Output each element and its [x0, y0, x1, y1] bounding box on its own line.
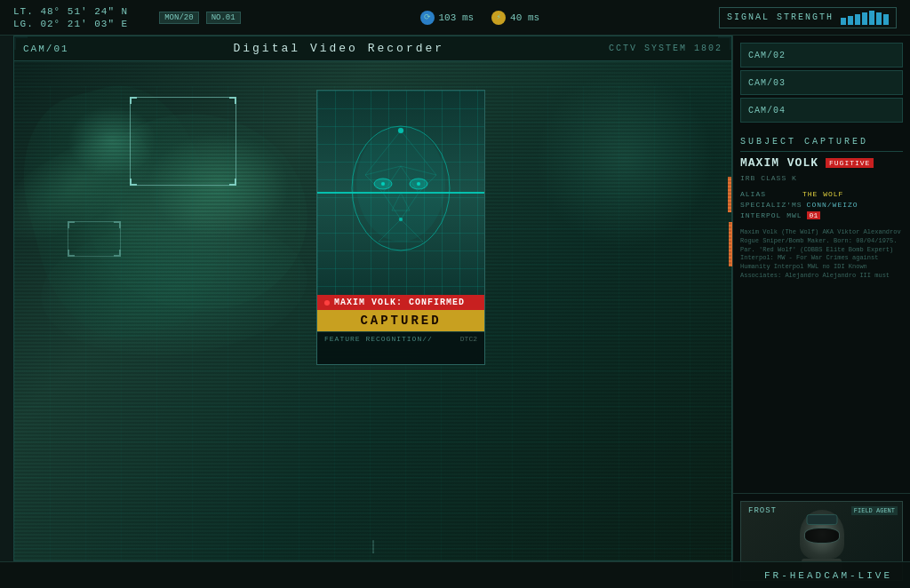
badge-mon: MON/20 — [159, 12, 198, 24]
reticle-1 — [130, 97, 236, 186]
latitude: LT. 48° 51' 24" N — [13, 6, 128, 17]
video-header: CAM/01 Digital Video Recorder CCTV SYSTE… — [14, 36, 731, 61]
reticle-corner-tr — [229, 97, 236, 104]
specialisms-row: SPECIALIZ'MS CONN/WEIZO — [740, 201, 903, 209]
subject-header: SUBJECT CAPTURED — [740, 137, 903, 152]
alias-key: ALIAS — [740, 190, 798, 198]
face-svg — [339, 104, 463, 282]
ping-1: ⟳ 103 ms — [420, 11, 475, 25]
bar-3 — [855, 14, 860, 25]
face-panel-ref: DTC2 — [460, 335, 477, 343]
face-recognition-panel: MAXIM VOLK: CONFIRMED CAPTURED FEATURE R… — [316, 90, 485, 365]
longitude: LG. 02° 21' 03" E — [13, 19, 128, 29]
bar-2 — [848, 16, 853, 25]
nv-detail-3 — [536, 70, 714, 248]
subject-name-row: MAXIM VOLK FUGITIVE — [740, 156, 903, 170]
ping-yellow-icon: ⚡ — [491, 11, 506, 25]
subject-panel: SUBJECT CAPTURED MAXIM VOLK FUGITIVE IRB… — [733, 130, 910, 493]
nvg-goggles — [806, 514, 837, 525]
top-right: SIGNAL STRENGTH — [719, 7, 897, 28]
operator-role-badge: FIELD AGENT — [851, 506, 898, 515]
subject-subtitle: IRB CLASS K — [740, 174, 903, 182]
interpol-row: INTERPOL MWL 01 — [740, 211, 903, 219]
specialisms-val: CONN/WEIZO — [807, 201, 903, 209]
face-panel-footer: FEATURE RECOGNITION// DTC2 — [317, 331, 484, 346]
bar-7 — [883, 14, 889, 25]
cam-thumb-04[interactable]: CAM/04 — [740, 98, 903, 123]
bar-6 — [876, 12, 882, 25]
specialisms-key: SPECIALIZ'MS — [740, 201, 802, 209]
interpol-key: INTERPOL MWL — [740, 211, 802, 219]
reticle-corner-tl — [130, 97, 137, 104]
cam-thumb-02[interactable]: CAM/02 — [740, 43, 903, 68]
interpol-val: 01 — [807, 211, 821, 219]
confirmed-text: MAXIM VOLK: CONFIRMED — [334, 298, 465, 307]
ping-2: ⚡ 40 ms — [491, 11, 539, 25]
reticle-2-corner-tl — [68, 221, 75, 228]
bio-text: Maxim Volk (The Wolf) AKA Viktor Alexand… — [740, 228, 903, 281]
ping-2-value: 40 ms — [510, 12, 539, 23]
alias-row: ALIAS THE WOLF — [740, 190, 903, 198]
feature-label: FEATURE RECOGNITION// — [324, 335, 433, 343]
reticle-2-corner-br — [114, 250, 121, 257]
reticle-2 — [68, 221, 121, 257]
dvr-title: Digital Video Recorder — [233, 42, 444, 55]
bottom-label: FR-HEADCAM-LIVE — [764, 570, 892, 581]
reticle-corner-br — [229, 179, 236, 186]
confirmed-dot — [324, 300, 330, 306]
cam-label: CAM/01 — [23, 44, 69, 54]
bar-5 — [869, 11, 874, 25]
cam-thumbnails: CAM/02 CAM/03 CAM/04 — [733, 36, 910, 130]
signal-bars — [841, 11, 889, 25]
signal-label: SIGNAL STRENGTH — [727, 12, 834, 22]
bottom-bar: FR-HEADCAM-LIVE — [0, 561, 910, 588]
face-scan-area — [317, 91, 484, 295]
video-area: CAM/01 Digital Video Recorder CCTV SYSTE… — [13, 36, 732, 561]
cctv-label: CCTV SYSTEM 1802 — [609, 44, 722, 53]
cam-02-label: CAM/02 — [748, 51, 786, 60]
reticle-2-corner-tr — [114, 221, 121, 228]
bar-1 — [841, 18, 846, 25]
captured-text: CAPTURED — [360, 314, 441, 328]
cam-04-label: CAM/04 — [748, 106, 786, 115]
ping-1-value: 103 ms — [439, 12, 475, 23]
main-container: LT. 48° 51' 24" N LG. 02° 21' 03" E MON/… — [0, 0, 910, 588]
coordinates-block: LT. 48° 51' 24" N LG. 02° 21' 03" E — [13, 6, 128, 29]
captured-bar: CAPTURED — [317, 310, 484, 331]
cam-thumb-03[interactable]: CAM/03 — [740, 70, 903, 95]
subject-name: MAXIM VOLK — [740, 156, 818, 170]
right-sidebar: CAM/02 CAM/03 CAM/04 SUBJECT CAPTURED MA… — [732, 36, 910, 588]
subject-status-badge: FUGITIVE — [826, 158, 874, 168]
reticle-2-corner-bl — [68, 250, 75, 257]
top-center: ⟳ 103 ms ⚡ 40 ms — [420, 11, 540, 25]
alias-val: THE WOLF — [802, 190, 903, 198]
confirmed-bar: MAXIM VOLK: CONFIRMED — [317, 295, 484, 310]
svg-point-24 — [356, 126, 445, 242]
badge-no: NO.01 — [206, 12, 241, 24]
soldier-head — [800, 510, 844, 559]
ping-blue-icon: ⟳ — [420, 11, 435, 25]
orange-accent-right — [729, 222, 732, 266]
soldier-visor — [804, 528, 840, 544]
badge-group: MON/20 NO.01 — [159, 12, 240, 24]
bottom-marker — [372, 540, 373, 553]
reticle-corner-bl — [130, 179, 137, 186]
side-accent — [728, 177, 731, 212]
operator-name-label: FROST — [748, 506, 777, 515]
cam-03-label: CAM/03 — [748, 78, 786, 88]
info-table: ALIAS THE WOLF SPECIALIZ'MS CONN/WEIZO I… — [740, 190, 903, 219]
top-bar: LT. 48° 51' 24" N LG. 02° 21' 03" E MON/… — [0, 0, 910, 36]
signal-strength-box: SIGNAL STRENGTH — [719, 7, 897, 28]
bar-4 — [862, 12, 867, 25]
